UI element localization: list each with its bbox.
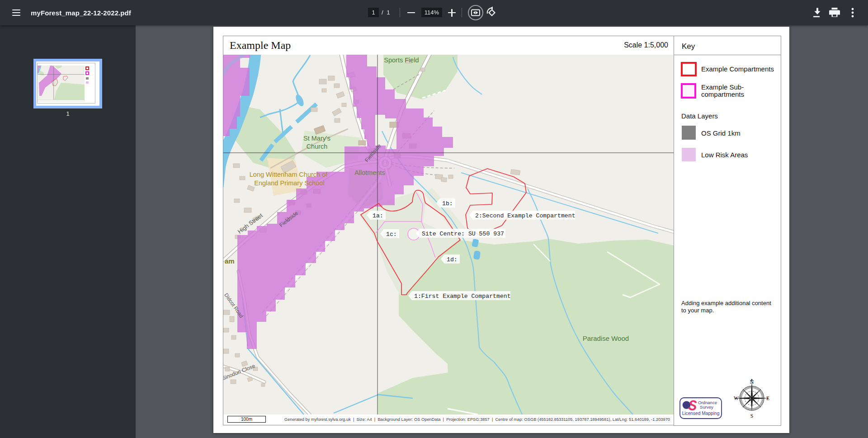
svg-text:England Primary School: England Primary School	[254, 179, 325, 187]
svg-text:S: S	[750, 413, 753, 419]
svg-text:1d:: 1d:	[447, 256, 458, 263]
svg-text:St Mary's: St Mary's	[303, 135, 330, 142]
svg-text:1a:: 1a:	[373, 212, 383, 219]
svg-text:Licensed Mapping: Licensed Mapping	[682, 411, 720, 416]
svg-text:Paradise Wood: Paradise Wood	[583, 334, 629, 342]
svg-text:Site Centre: SU 550 937: Site Centre: SU 550 937	[422, 231, 504, 237]
svg-text:2:Second Example Compartment: 2:Second Example Compartment	[475, 212, 576, 219]
svg-text:W: W	[734, 396, 739, 401]
svg-text:E: E	[766, 396, 769, 401]
svg-text:1:First Example Compartment: 1:First Example Compartment	[414, 293, 511, 300]
svg-text:Long Wittenham Church of: Long Wittenham Church of	[250, 171, 328, 178]
svg-text:N: N	[750, 379, 754, 385]
svg-text:Survey: Survey	[700, 405, 713, 410]
svg-text:Church: Church	[307, 143, 328, 150]
svg-text:Sports Field: Sports Field	[384, 57, 419, 64]
svg-text:am: am	[225, 257, 235, 265]
svg-text:1b:: 1b:	[442, 200, 453, 207]
svg-text:1c:: 1c:	[386, 231, 397, 238]
svg-text:Allotments: Allotments	[354, 169, 385, 176]
